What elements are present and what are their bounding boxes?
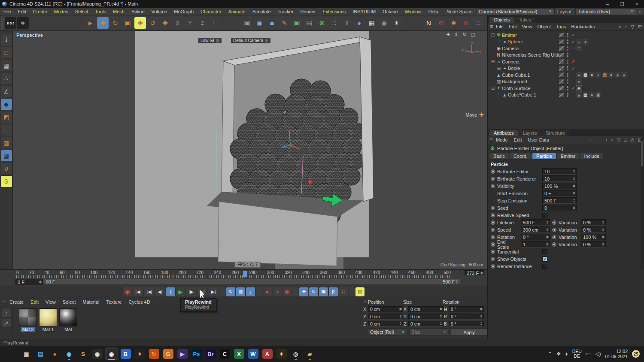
attributes-scrollbar[interactable] <box>641 136 644 269</box>
speed-variation-field[interactable]: 0 % <box>581 226 606 233</box>
tab-layers[interactable]: Layers <box>518 130 541 136</box>
expand-icon[interactable]: ⊞ <box>496 66 501 71</box>
position-y-field[interactable]: 0 cm <box>368 314 403 320</box>
transport-button[interactable] <box>292 287 298 296</box>
toolbar-tool-button[interactable]: ↻ <box>109 17 121 29</box>
menu-item[interactable]: Extensions <box>319 9 349 14</box>
hamburger-icon[interactable]: ≡ <box>490 137 492 143</box>
toolbar-create-button[interactable]: ▦ <box>366 17 377 29</box>
taskbar-icon[interactable]: ◉ <box>91 347 104 360</box>
menu-item[interactable]: Spline <box>128 9 148 14</box>
search-icon[interactable]: ⌕ <box>618 24 621 30</box>
mode-button[interactable]: ◆ <box>1 99 12 110</box>
toolbar-tool-button[interactable]: Y <box>184 17 196 29</box>
toolbar-create-button[interactable]: ✎ <box>279 17 290 29</box>
object-name[interactable]: Background <box>502 79 559 84</box>
anim-toggle[interactable] <box>491 228 495 232</box>
tree-row-cloth-surface[interactable]: ⊟ ✦ Cloth Surface ✓ ◉ <box>488 85 644 92</box>
section-header[interactable]: Particle <box>488 160 644 168</box>
up-arrow-icon[interactable]: ↑ <box>605 137 608 143</box>
transport-button[interactable]: ↻ <box>226 287 235 296</box>
tab-objects[interactable]: Objects <box>489 17 514 23</box>
toolbar-create-button[interactable]: ❋ <box>316 17 328 29</box>
speaker-icon[interactable]: ◁) <box>595 351 601 357</box>
tree-row-sphere[interactable]: └ ● Sphere ✓ ∴● <box>488 39 644 45</box>
layer-edit-icon[interactable] <box>559 72 564 78</box>
object-tag-icon[interactable]: ▣ <box>595 92 601 98</box>
toolbar-plugin-button[interactable]: N <box>423 17 434 29</box>
object-name[interactable]: Camera <box>502 46 559 51</box>
material-menu-item[interactable]: Cycles 4D <box>125 299 153 305</box>
taskbar-icon[interactable]: ▤ <box>34 347 47 360</box>
material-menu-item[interactable]: View <box>42 299 59 305</box>
material-menu-item[interactable]: Texture <box>103 299 125 305</box>
add-icon[interactable]: ⊞ <box>638 24 642 30</box>
pick-material-button[interactable]: ↗ <box>2 319 11 327</box>
mode-button[interactable]: ▦ <box>1 150 12 161</box>
size-mode-dropdown[interactable]: Size▼ <box>410 329 449 335</box>
taskbar-icon[interactable]: Br <box>204 347 217 360</box>
stop-emission-field[interactable]: 500 F <box>542 197 577 204</box>
spinner[interactable] <box>573 198 575 203</box>
spinner[interactable] <box>546 234 549 240</box>
menu-item[interactable]: Simulate <box>249 9 274 14</box>
object-tag-icon[interactable]: ▤ <box>602 72 608 78</box>
rotation-field[interactable]: 0 ° <box>521 234 550 240</box>
hamburger-icon[interactable]: ≡ <box>490 24 492 30</box>
taskbar-icon[interactable]: ↻ <box>148 347 161 360</box>
range-slider[interactable]: ‖ 0 F 500 F ‖ <box>43 279 460 284</box>
tangential-checkbox[interactable] <box>542 249 547 254</box>
transport-button[interactable]: ◀| <box>155 287 165 296</box>
transport-button[interactable]: ✚ <box>299 287 308 296</box>
object-tag-icon[interactable]: ∷ <box>576 45 582 51</box>
transport-button[interactable]: P <box>329 287 338 296</box>
mode-button[interactable]: ∪ <box>1 163 12 174</box>
visibility-dots[interactable] <box>566 66 569 70</box>
spinner[interactable] <box>602 220 605 225</box>
rotation-h-field[interactable]: 0 ° <box>449 306 484 312</box>
layer-edit-icon[interactable] <box>559 39 564 45</box>
object-mode-dropdown[interactable]: Object (Rel)▼ <box>368 329 407 335</box>
transport-button[interactable]: ✱ <box>283 287 292 296</box>
taskbar-icon[interactable]: Ps <box>190 347 203 360</box>
layer-edit-icon[interactable] <box>559 66 564 71</box>
transport-button[interactable]: |▶ <box>186 287 196 296</box>
object-name[interactable]: Emitter <box>502 33 559 38</box>
default-camera-button[interactable]: Default Camera <box>231 38 270 43</box>
timeline-ruler[interactable]: 0204060801001201401601802002202402602803… <box>0 269 487 278</box>
range-start-field[interactable]: 0 F <box>15 279 43 285</box>
object-name[interactable]: Boole <box>508 66 559 71</box>
objects-menu-item[interactable]: Edit <box>506 24 519 29</box>
notification-badge[interactable]: 25 <box>632 350 640 358</box>
visibility-dots[interactable] <box>566 33 569 37</box>
visibility-dots[interactable] <box>566 46 569 51</box>
anim-toggle[interactable] <box>491 169 495 174</box>
taskbar-icon[interactable]: B <box>119 347 132 360</box>
dolly-view-icon[interactable]: ⇕ <box>454 32 458 37</box>
spinner[interactable] <box>573 183 575 189</box>
menu-item[interactable]: Volume <box>148 9 171 14</box>
menu-item[interactable]: MoGraph <box>170 9 197 14</box>
layer-edit-icon[interactable] <box>559 45 564 51</box>
apply-button[interactable]: Apply <box>451 329 487 336</box>
toolbar-create-button[interactable]: ◉ <box>378 17 390 29</box>
visibility-dots[interactable] <box>566 39 569 44</box>
back-arrow-icon[interactable]: ← <box>589 137 593 143</box>
visibility-dots[interactable] <box>566 60 569 64</box>
taskbar-icon[interactable]: G <box>162 347 175 360</box>
current-frame-field[interactable]: 272 F <box>465 270 484 276</box>
taskbar-icon[interactable]: A <box>261 347 274 360</box>
toolbar-plugin-button[interactable]: ∷ <box>473 17 484 29</box>
taskbar-icon[interactable]: ◉ <box>105 347 118 360</box>
show-objects-checkbox[interactable]: ✓ <box>542 256 547 262</box>
size-y-field[interactable]: 0 cm <box>408 314 444 320</box>
transport-button[interactable]: ▦ <box>236 287 245 296</box>
transport-button[interactable]: ● <box>263 287 272 296</box>
render-state-icon[interactable]: ▢ <box>571 46 576 51</box>
anim-toggle[interactable] <box>552 220 556 225</box>
transport-button[interactable]: ▶| <box>208 287 219 296</box>
enabled-check-icon[interactable]: ✓ <box>571 39 576 44</box>
menu-item[interactable]: Tools <box>91 9 109 14</box>
attribute-subtab[interactable]: Particle <box>532 153 556 159</box>
menu-item[interactable]: Tracker <box>274 9 297 14</box>
